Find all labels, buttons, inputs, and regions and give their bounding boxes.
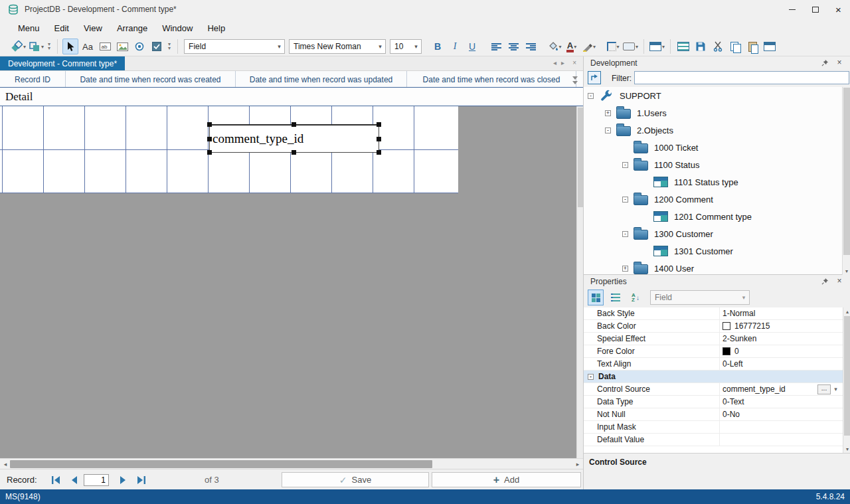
filter-go-button[interactable] xyxy=(588,71,601,84)
record-next-button[interactable] xyxy=(114,473,131,487)
collapse-icon[interactable]: - xyxy=(622,197,628,203)
property-group-row[interactable]: -Data xyxy=(584,371,843,383)
property-row[interactable]: Default Value xyxy=(584,434,843,446)
property-row[interactable]: Input Mask xyxy=(584,421,843,434)
column-header[interactable]: Date and time when record was updated xyxy=(236,71,407,88)
column-header[interactable]: Date and time when record was closed xyxy=(407,71,576,88)
collapse-icon[interactable]: - xyxy=(588,374,594,380)
vertical-scrollbar[interactable] xyxy=(576,106,583,458)
design-canvas[interactable]: comment_type_id xyxy=(0,106,583,458)
maximize-button[interactable] xyxy=(804,0,827,19)
menu-item-menu[interactable]: Menu xyxy=(11,20,47,37)
tree-item[interactable]: -1100 Status xyxy=(584,156,841,173)
copy-button[interactable] xyxy=(727,39,743,54)
collapse-icon[interactable]: - xyxy=(622,231,628,237)
column-overflow-icon[interactable] xyxy=(572,75,578,86)
align-right-button[interactable] xyxy=(523,39,539,54)
save-button[interactable] xyxy=(693,39,709,54)
cut-button[interactable] xyxy=(710,39,726,54)
alphabetical-view-button[interactable] xyxy=(608,290,624,305)
section-header-detail[interactable]: Detail xyxy=(0,87,583,106)
border-style-button[interactable]: ▾ xyxy=(605,39,621,54)
scroll-up-icon[interactable]: ▴ xyxy=(843,307,850,315)
align-left-button[interactable] xyxy=(488,39,504,54)
record-last-button[interactable] xyxy=(132,473,149,487)
align-center-button[interactable] xyxy=(505,39,521,54)
collapse-icon[interactable]: - xyxy=(605,127,611,133)
expand-icon[interactable]: + xyxy=(622,266,628,272)
record-number-input[interactable] xyxy=(84,474,109,486)
selection-handle[interactable] xyxy=(292,150,296,155)
selection-handle[interactable] xyxy=(377,150,381,155)
selection-handle[interactable] xyxy=(377,137,381,141)
selection-handle[interactable] xyxy=(207,150,212,155)
pin-icon[interactable] xyxy=(820,58,829,67)
scrollbar-thumb[interactable] xyxy=(843,88,850,255)
collapse-icon[interactable]: - xyxy=(622,162,628,168)
radio-tool-button[interactable] xyxy=(131,39,147,54)
selected-field-control[interactable]: comment_type_id xyxy=(209,124,379,153)
layout-view-button[interactable]: ▾ xyxy=(28,39,44,54)
property-row[interactable]: Data Type0-Text xyxy=(584,396,843,408)
close-button[interactable]: × xyxy=(827,0,850,19)
bold-button[interactable]: B xyxy=(430,39,446,54)
selection-handle[interactable] xyxy=(292,122,296,127)
column-header[interactable]: Record ID xyxy=(0,71,66,88)
properties-scrollbar[interactable]: ▴ ▾ xyxy=(843,307,850,453)
property-row[interactable]: Text Align0-Left xyxy=(584,358,843,371)
tree-scrollbar[interactable]: ▾ xyxy=(842,87,850,275)
tree-item[interactable]: 1101 Status type xyxy=(584,173,841,191)
label-tool-button[interactable]: Aa xyxy=(80,39,96,54)
save-record-button[interactable]: ✓ Save xyxy=(282,472,429,487)
selection-handle[interactable] xyxy=(377,122,381,127)
column-header[interactable]: Date and time when record was created xyxy=(66,71,236,88)
property-value[interactable]: 16777215 xyxy=(719,320,843,332)
selection-handle[interactable] xyxy=(207,122,212,127)
tree-item[interactable]: +1400 User xyxy=(584,260,841,275)
tree-item[interactable]: -2.Objects xyxy=(584,122,841,139)
tree-item[interactable]: 1000 Ticket xyxy=(584,139,841,156)
design-view-button[interactable]: ▾ xyxy=(10,39,27,54)
pointer-tool-button[interactable] xyxy=(62,39,78,54)
tab-scroll-left-icon[interactable]: ◂ xyxy=(553,59,556,66)
property-value[interactable] xyxy=(719,421,843,433)
image-tool-button[interactable] xyxy=(114,39,130,54)
tree-item[interactable]: -1300 Customer xyxy=(584,225,841,242)
property-value[interactable]: 1-Normal xyxy=(719,307,843,319)
tree-item[interactable]: -SUPPORT xyxy=(584,87,841,104)
selection-handle[interactable] xyxy=(207,137,212,141)
font-size-combobox[interactable]: 10 ▾ xyxy=(390,39,422,54)
property-value[interactable] xyxy=(719,434,843,446)
window-button[interactable] xyxy=(762,39,778,54)
scrollbar-thumb[interactable] xyxy=(844,316,850,436)
scroll-right-icon[interactable]: ▸ xyxy=(572,460,583,469)
menu-item-window[interactable]: Window xyxy=(155,20,200,37)
italic-button[interactable]: I xyxy=(447,39,463,54)
horizontal-scrollbar[interactable]: ◂ ▸ xyxy=(0,458,583,469)
categorized-view-button[interactable] xyxy=(588,290,604,305)
record-first-button[interactable] xyxy=(48,473,65,487)
tab-close-icon[interactable]: × xyxy=(572,59,576,66)
property-row[interactable]: Fore Color0 xyxy=(584,345,843,358)
font-color-button[interactable]: A ▾ xyxy=(564,39,580,54)
property-row[interactable]: Control Sourcecomment_type_id...▾ xyxy=(584,383,843,396)
scroll-down-icon[interactable]: ▾ xyxy=(843,267,850,275)
font-family-combobox[interactable]: Times New Roman ▾ xyxy=(289,39,386,54)
property-row[interactable]: Not Null0-No xyxy=(584,408,843,421)
tree-item[interactable]: 1301 Customer xyxy=(584,242,841,260)
textbox-tool-button[interactable]: ab xyxy=(97,39,113,54)
property-row[interactable]: Special Effect2-Sunken xyxy=(584,333,843,345)
property-value[interactable]: 0-No xyxy=(719,408,843,420)
property-value[interactable]: 0-Text xyxy=(719,396,843,408)
tree-item[interactable]: 1201 Comment type xyxy=(584,208,841,225)
form-button[interactable]: ▾ xyxy=(649,39,665,54)
record-prev-button[interactable] xyxy=(66,473,83,487)
menu-item-help[interactable]: Help xyxy=(200,20,232,37)
property-value[interactable]: comment_type_id...▾ xyxy=(719,383,843,395)
tree-item[interactable]: +1.Users xyxy=(584,104,841,122)
object-selector-combobox[interactable]: Field ▾ xyxy=(650,290,750,305)
close-panel-icon[interactable]: × xyxy=(835,276,844,286)
collapse-icon[interactable]: - xyxy=(588,93,594,99)
document-tab[interactable]: Development - Comment type* xyxy=(0,56,125,70)
property-value[interactable]: 0 xyxy=(719,345,843,357)
